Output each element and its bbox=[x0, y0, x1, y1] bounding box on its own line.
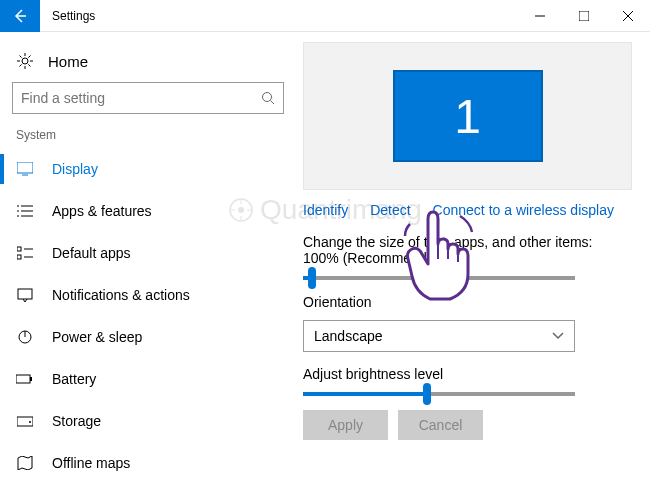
window-title: Settings bbox=[52, 9, 95, 23]
map-icon bbox=[16, 456, 34, 470]
svg-point-4 bbox=[22, 58, 28, 64]
nav-item-power[interactable]: Power & sleep bbox=[12, 316, 295, 358]
svg-rect-17 bbox=[17, 255, 21, 259]
svg-rect-22 bbox=[16, 375, 30, 383]
text-size-slider[interactable] bbox=[303, 276, 575, 280]
battery-icon bbox=[16, 373, 34, 385]
monitor-icon bbox=[16, 162, 34, 176]
nav-label: Offline maps bbox=[52, 455, 130, 471]
nav-item-battery[interactable]: Battery bbox=[12, 358, 295, 400]
wireless-display-link[interactable]: Connect to a wireless display bbox=[433, 202, 614, 218]
orientation-label: Orientation bbox=[303, 294, 632, 310]
monitor-preview-area: 1 bbox=[303, 42, 632, 190]
orientation-value: Landscape bbox=[314, 328, 383, 344]
monitor-number: 1 bbox=[454, 89, 481, 144]
minimize-button[interactable] bbox=[518, 0, 562, 32]
detect-link[interactable]: Detect bbox=[370, 202, 410, 218]
back-button[interactable] bbox=[0, 0, 40, 32]
nav-item-apps[interactable]: Apps & features bbox=[12, 190, 295, 232]
svg-point-5 bbox=[263, 93, 272, 102]
nav-label: Storage bbox=[52, 413, 101, 429]
nav-item-notifications[interactable]: Notifications & actions bbox=[12, 274, 295, 316]
titlebar: Settings bbox=[0, 0, 650, 32]
home-button[interactable]: Home bbox=[12, 44, 295, 82]
close-icon bbox=[623, 11, 633, 21]
left-panel: Home System Display Apps & features Defa… bbox=[0, 32, 295, 500]
text-size-label: Change the size of text, apps, and other… bbox=[303, 234, 632, 266]
nav-label: Default apps bbox=[52, 245, 131, 261]
maximize-icon bbox=[579, 11, 589, 21]
minimize-icon bbox=[535, 11, 545, 21]
power-icon bbox=[16, 329, 34, 345]
slider-thumb[interactable] bbox=[423, 383, 431, 405]
svg-rect-7 bbox=[17, 162, 33, 173]
apply-button[interactable]: Apply bbox=[303, 410, 388, 440]
defaults-icon bbox=[16, 246, 34, 260]
nav-item-display[interactable]: Display bbox=[12, 148, 295, 190]
nav-item-maps[interactable]: Offline maps bbox=[12, 442, 295, 484]
close-button[interactable] bbox=[606, 0, 650, 32]
brightness-label: Adjust brightness level bbox=[303, 366, 632, 382]
chevron-down-icon bbox=[552, 332, 564, 340]
nav-item-storage[interactable]: Storage bbox=[12, 400, 295, 442]
nav-label: Battery bbox=[52, 371, 96, 387]
search-icon bbox=[261, 91, 275, 105]
search-input[interactable] bbox=[21, 90, 261, 106]
arrow-left-icon bbox=[12, 8, 28, 24]
orientation-select[interactable]: Landscape bbox=[303, 320, 575, 352]
identify-link[interactable]: Identify bbox=[303, 202, 348, 218]
maximize-button[interactable] bbox=[562, 0, 606, 32]
section-label: System bbox=[16, 128, 295, 142]
svg-rect-1 bbox=[579, 11, 589, 21]
svg-point-25 bbox=[29, 421, 31, 423]
nav-label: Notifications & actions bbox=[52, 287, 190, 303]
svg-line-6 bbox=[271, 101, 275, 105]
nav-label: Apps & features bbox=[52, 203, 152, 219]
notification-icon bbox=[16, 288, 34, 302]
svg-rect-23 bbox=[30, 377, 32, 381]
right-panel: 1 Identify Detect Connect to a wireless … bbox=[295, 32, 650, 500]
cancel-button[interactable]: Cancel bbox=[398, 410, 483, 440]
nav-item-default-apps[interactable]: Default apps bbox=[12, 232, 295, 274]
slider-thumb[interactable] bbox=[308, 267, 316, 289]
home-label: Home bbox=[48, 53, 88, 70]
search-box[interactable] bbox=[12, 82, 284, 114]
nav-label: Display bbox=[52, 161, 98, 177]
svg-rect-15 bbox=[17, 247, 21, 251]
list-icon bbox=[16, 204, 34, 218]
monitor-1[interactable]: 1 bbox=[393, 70, 543, 162]
svg-rect-19 bbox=[18, 289, 32, 299]
brightness-slider[interactable] bbox=[303, 392, 575, 396]
gear-icon bbox=[16, 52, 34, 70]
storage-icon bbox=[16, 414, 34, 428]
nav-label: Power & sleep bbox=[52, 329, 142, 345]
